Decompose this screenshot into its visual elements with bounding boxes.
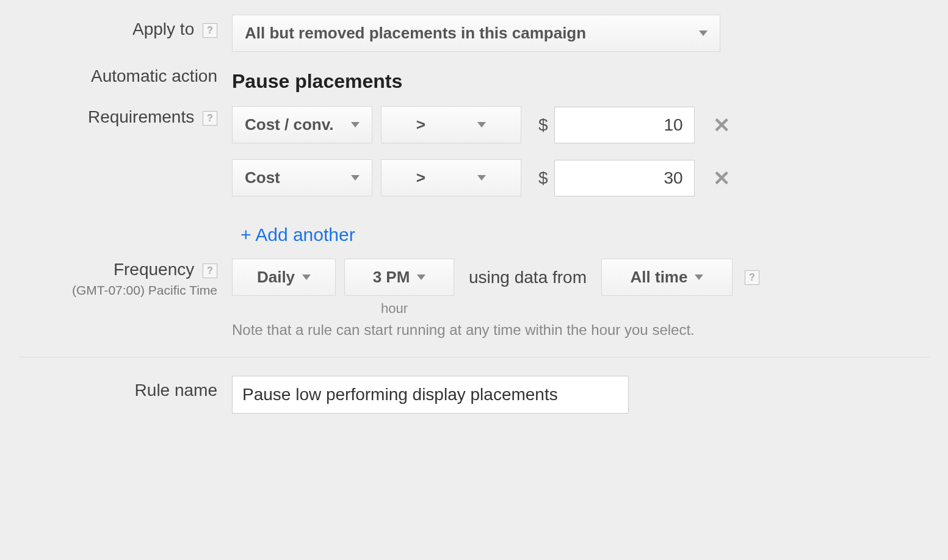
currency-symbol: $ (538, 168, 548, 188)
frequency-hour-value: 3 PM (373, 268, 410, 287)
operator-value: > (416, 168, 425, 187)
help-icon[interactable]: ? (203, 111, 217, 126)
automatic-action-value: Pause placements (232, 65, 930, 93)
chevron-down-icon (302, 275, 311, 280)
help-icon[interactable]: ? (203, 264, 217, 278)
close-icon[interactable]: ✕ (713, 166, 730, 190)
rule-name-input[interactable] (232, 376, 629, 414)
chevron-down-icon (699, 31, 707, 36)
chevron-down-icon (351, 175, 360, 181)
requirements-label: Requirements (88, 107, 194, 126)
help-icon[interactable]: ? (745, 270, 759, 285)
apply-to-dropdown[interactable]: All but removed placements in this campa… (232, 15, 720, 52)
help-icon[interactable]: ? (203, 23, 217, 38)
rule-name-label: Rule name (135, 381, 217, 400)
requirement-row: Cost > $ ✕ (232, 159, 930, 196)
chevron-down-icon (695, 275, 703, 280)
requirement-row: Cost / conv. > $ ✕ (232, 106, 930, 143)
chevron-down-icon (417, 275, 425, 280)
apply-to-label: Apply to (132, 20, 194, 38)
data-range-value: All time (631, 268, 688, 287)
divider (18, 357, 930, 357)
threshold-input[interactable] (554, 107, 695, 143)
metric-value: Cost / conv. (245, 115, 333, 134)
operator-value: > (416, 115, 425, 134)
hour-sublabel: hour (381, 301, 930, 317)
metric-dropdown[interactable]: Cost / conv. (232, 106, 372, 143)
currency-symbol: $ (538, 115, 548, 135)
operator-dropdown[interactable]: > (381, 106, 521, 143)
metric-dropdown[interactable]: Cost (232, 159, 372, 196)
chevron-down-icon (477, 175, 486, 181)
frequency-interval-value: Daily (257, 268, 295, 287)
timezone-label: (GMT-07:00) Pacific Time (18, 283, 217, 298)
automatic-action-label: Automatic action (91, 66, 217, 85)
data-range-dropdown[interactable]: All time (601, 259, 733, 296)
frequency-interval-dropdown[interactable]: Daily (232, 259, 336, 296)
chevron-down-icon (477, 122, 486, 127)
threshold-input[interactable] (554, 160, 695, 196)
chevron-down-icon (351, 122, 360, 127)
frequency-label: Frequency (114, 260, 194, 279)
operator-dropdown[interactable]: > (381, 159, 521, 196)
frequency-hour-dropdown[interactable]: 3 PM (344, 259, 454, 296)
apply-to-value: All but removed placements in this campa… (245, 24, 586, 43)
using-data-from-label: using data from (469, 268, 587, 287)
close-icon[interactable]: ✕ (713, 113, 730, 137)
metric-value: Cost (245, 168, 280, 187)
frequency-note: Note that a rule can start running at an… (232, 321, 930, 339)
add-another-link[interactable]: + Add another (232, 224, 355, 245)
